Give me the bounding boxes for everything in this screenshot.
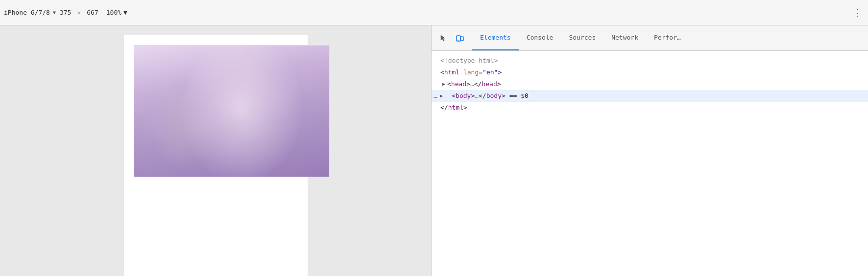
elements-panel-content: <!doctype html> <html lang="en" > ▶ <hea… <box>432 51 868 276</box>
doctype-line: <!doctype html> <box>432 55 868 67</box>
viewport-width: 375 <box>60 9 71 16</box>
more-options-button[interactable]: ⋮ <box>850 6 864 20</box>
dimension-separator: × <box>77 9 81 16</box>
svg-point-19 <box>179 85 207 122</box>
inspect-element-button[interactable] <box>435 30 451 46</box>
device-dropdown-arrow: ▼ <box>53 10 56 15</box>
svg-point-14 <box>273 113 275 114</box>
svg-point-18 <box>185 76 236 117</box>
lang-attr-name: lang <box>463 67 479 78</box>
devtools-panel: Elements Console Sources Network Perfor…… <box>431 25 868 276</box>
svg-point-2 <box>250 79 297 130</box>
svg-point-23 <box>213 114 220 122</box>
svg-point-4 <box>240 75 269 109</box>
svg-point-25 <box>216 116 218 118</box>
zoom-level: 100% <box>106 9 121 16</box>
body-close-tag: body <box>486 91 502 101</box>
svg-marker-7 <box>282 62 293 74</box>
svg-point-16 <box>173 109 237 177</box>
svg-point-26 <box>215 158 235 173</box>
anime-illustration <box>134 46 330 177</box>
body-tag: body <box>456 91 471 101</box>
body-ellipsis: … <box>475 91 479 101</box>
html-tag: html <box>444 67 459 78</box>
expand-placeholder <box>434 55 440 66</box>
html-open-line[interactable]: <html lang="en" > <box>432 67 868 78</box>
expand-placeholder <box>434 102 440 113</box>
svg-point-29 <box>226 158 229 161</box>
device-mode-button[interactable] <box>452 30 468 46</box>
svg-point-24 <box>203 116 205 118</box>
html-close-line: </html> <box>432 102 868 114</box>
svg-point-9 <box>278 103 285 111</box>
doctype-text: <!doctype html> <box>440 55 498 66</box>
svg-point-3 <box>247 65 301 109</box>
svg-point-8 <box>264 103 271 111</box>
svg-point-5 <box>280 74 307 105</box>
devtools-tabs-bar: Elements Console Sources Network Perfor… <box>432 25 868 51</box>
browser-preview <box>0 25 431 276</box>
svg-rect-0 <box>134 46 330 177</box>
zoom-selector[interactable]: 100% ▼ <box>106 9 127 16</box>
more-icon: ⋮ <box>853 7 862 18</box>
svg-point-1 <box>232 99 301 177</box>
device-name: iPhone 6/7/8 <box>4 9 50 16</box>
html-close-tag: html <box>448 102 463 113</box>
svg-point-28 <box>221 158 224 161</box>
phone-frame <box>124 35 308 276</box>
svg-point-10 <box>266 104 269 108</box>
svg-point-11 <box>280 104 283 108</box>
svg-point-22 <box>200 114 207 122</box>
tab-sources[interactable]: Sources <box>561 25 603 50</box>
bracket-close: > <box>498 67 502 78</box>
svg-point-13 <box>281 105 283 106</box>
svg-rect-34 <box>461 37 464 41</box>
viewport-height: 667 <box>87 9 98 16</box>
bracket-open: < <box>440 67 444 78</box>
svg-point-20 <box>215 86 240 117</box>
tab-network[interactable]: Network <box>603 25 646 50</box>
head-expand-arrow[interactable]: ▶ <box>440 79 447 90</box>
svg-point-31 <box>226 152 230 159</box>
head-line[interactable]: ▶ <head>…</head> <box>432 78 868 90</box>
cursor-icon <box>439 34 447 42</box>
dots-prefix: … <box>434 91 437 101</box>
svg-line-32 <box>237 85 320 177</box>
anime-image <box>134 45 330 177</box>
device-selector[interactable]: iPhone 6/7/8 ▼ <box>4 9 56 16</box>
body-line[interactable]: … ▶ <body>…</body> == $0 <box>432 90 868 102</box>
tab-console[interactable]: Console <box>519 25 561 50</box>
dollar-zero: $0 <box>521 91 529 101</box>
body-expand-arrow[interactable]: ▶ <box>438 91 445 101</box>
equals-sign: == <box>509 91 517 101</box>
tab-performance[interactable]: Perfor… <box>646 25 689 50</box>
svg-point-12 <box>267 105 269 106</box>
head-ellipsis: … <box>470 79 474 90</box>
lang-attr-value: "en" <box>482 67 498 78</box>
head-close-tag: head <box>482 79 497 90</box>
svg-point-17 <box>188 90 232 138</box>
expand-placeholder <box>434 67 440 78</box>
devtools-icon-group <box>432 25 472 50</box>
tab-elements[interactable]: Elements <box>472 25 519 50</box>
svg-rect-21 <box>197 107 203 111</box>
main-area: Elements Console Sources Network Perfor…… <box>0 25 868 276</box>
devtools-toolbar: iPhone 6/7/8 ▼ 375 × 667 100% ▼ ⋮ <box>0 0 868 25</box>
zoom-arrow: ▼ <box>123 9 127 16</box>
device-toggle-icon <box>456 34 464 42</box>
svg-point-27 <box>218 155 232 166</box>
svg-marker-6 <box>254 63 267 75</box>
svg-point-15 <box>257 77 265 85</box>
head-tag: head <box>451 79 466 90</box>
svg-point-30 <box>219 152 223 159</box>
